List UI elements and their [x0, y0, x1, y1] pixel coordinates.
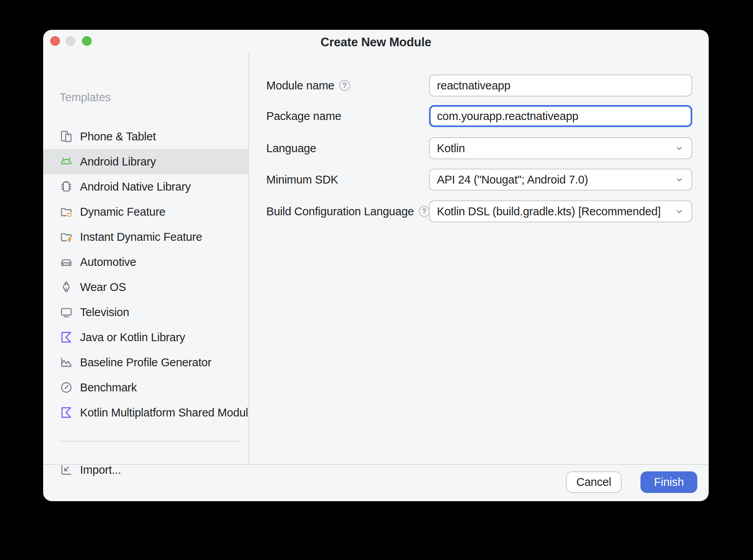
sidebar-item-android-native-library[interactable]: Android Native Library — [43, 174, 248, 199]
form-row-minimum-sdk: Minimum SDKAPI 24 ("Nougat"; Android 7.0… — [266, 169, 692, 191]
chevron-down-icon — [674, 143, 684, 153]
sidebar-item-label: Dynamic Feature — [80, 205, 166, 218]
import-button[interactable]: Import... — [43, 457, 248, 482]
sidebar-item-wear-os[interactable]: Wear OS — [43, 275, 248, 300]
sidebar-item-label: Phone & Tablet — [80, 130, 156, 143]
field-label: Minimum SDK — [266, 173, 338, 186]
build-configuration-language-value: Kotlin DSL (build.gradle.kts) [Recommend… — [437, 205, 671, 218]
sidebar-item-label: Java or Kotlin Library — [80, 331, 185, 344]
speedometer-icon — [59, 380, 74, 395]
sidebar-item-label: Android Native Library — [80, 180, 191, 193]
form-row-module-name: Module name?reactnativeapp — [266, 75, 692, 96]
minimum-sdk-value: API 24 ("Nougat"; Android 7.0) — [437, 173, 671, 186]
sidebar-item-label: Wear OS — [80, 281, 126, 294]
sidebar-item-java-or-kotlin-library[interactable]: Java or Kotlin Library — [43, 325, 248, 350]
chip-icon — [59, 179, 74, 194]
sidebar-item-label: Kotlin Multiplatform Shared Module — [80, 406, 248, 419]
chevron-down-icon — [674, 175, 684, 185]
form-row-language: LanguageKotlin — [266, 137, 692, 159]
tv-icon — [59, 305, 74, 320]
help-icon[interactable]: ? — [419, 206, 430, 217]
folder-dynamic-icon — [59, 204, 74, 219]
templates-sidebar: Templates Phone & TabletAndroid LibraryA… — [43, 53, 249, 464]
sidebar-divider — [60, 441, 241, 442]
sidebar-item-dynamic-feature[interactable]: Dynamic Feature — [43, 199, 248, 224]
finish-button[interactable]: Finish — [640, 471, 697, 493]
sidebar-item-label: Android Library — [80, 155, 156, 168]
module-form: Module name?reactnativeappPackage nameco… — [248, 53, 709, 464]
field-label: Language — [266, 142, 316, 155]
module-name-input[interactable]: reactnativeapp — [429, 75, 692, 96]
phone-tablet-icon — [59, 129, 74, 144]
sidebar-item-label: Baseline Profile Generator — [80, 356, 211, 369]
cancel-button[interactable]: Cancel — [566, 471, 622, 493]
watch-icon — [59, 280, 74, 295]
sidebar-item-label: Instant Dynamic Feature — [80, 231, 202, 244]
create-new-module-dialog: Create New Module Templates Phone & Tabl… — [43, 30, 709, 501]
folder-instant-icon — [59, 229, 74, 244]
field-label: Module name — [266, 79, 335, 92]
sidebar-item-phone-tablet[interactable]: Phone & Tablet — [43, 124, 248, 149]
build-configuration-language-select[interactable]: Kotlin DSL (build.gradle.kts) [Recommend… — [429, 200, 692, 222]
minimum-sdk-select[interactable]: API 24 ("Nougat"; Android 7.0) — [429, 169, 692, 191]
sidebar-item-automotive[interactable]: Automotive — [43, 249, 248, 275]
package-name-input[interactable]: com.yourapp.reactnativeapp — [429, 105, 692, 127]
kotlin-icon — [59, 405, 74, 420]
sidebar-item-baseline-profile-generator[interactable]: Baseline Profile Generator — [43, 350, 248, 375]
form-row-package-name: Package namecom.yourapp.reactnativeapp — [266, 105, 692, 127]
footer-divider — [43, 464, 709, 465]
sidebar-item-benchmark[interactable]: Benchmark — [43, 375, 248, 400]
sidebar-item-television[interactable]: Television — [43, 300, 248, 325]
field-label: Package name — [266, 110, 341, 123]
chart-icon — [59, 355, 74, 370]
sidebar-item-label: Automotive — [80, 256, 136, 269]
module-name-value: reactnativeapp — [437, 79, 684, 92]
android-icon — [59, 154, 74, 169]
import-label: Import... — [80, 464, 121, 476]
car-icon — [59, 255, 74, 269]
sidebar-item-instant-dynamic-feature[interactable]: Instant Dynamic Feature — [43, 224, 248, 249]
form-row-build-configuration-language: Build Configuration Language?Kotlin DSL … — [266, 200, 692, 222]
field-label: Build Configuration Language — [266, 205, 414, 218]
language-select[interactable]: Kotlin — [429, 137, 692, 159]
sidebar-item-android-library[interactable]: Android Library — [43, 149, 248, 174]
dialog-title: Create New Module — [43, 30, 709, 53]
package-name-value: com.yourapp.reactnativeapp — [437, 110, 684, 123]
language-value: Kotlin — [437, 142, 671, 155]
chevron-down-icon — [674, 206, 684, 216]
sidebar-item-label: Television — [80, 306, 129, 319]
help-icon[interactable]: ? — [339, 80, 350, 91]
templates-header: Templates — [60, 91, 111, 104]
kotlin-icon — [59, 330, 74, 345]
title-bar: Create New Module — [43, 30, 709, 53]
sidebar-item-kotlin-multiplatform-shared-module[interactable]: Kotlin Multiplatform Shared Module — [43, 400, 248, 425]
sidebar-item-label: Benchmark — [80, 381, 137, 394]
template-list: Phone & TabletAndroid LibraryAndroid Nat… — [43, 124, 248, 425]
